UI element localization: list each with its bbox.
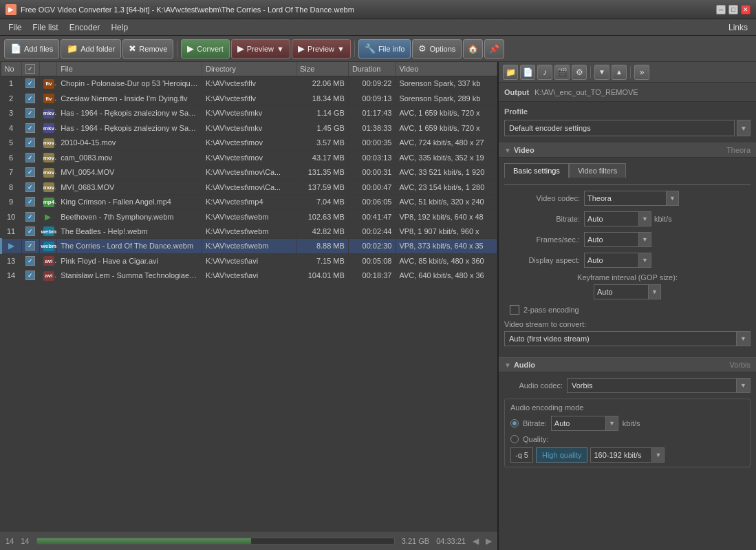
quality-range-arrow[interactable]: ▼ [652, 447, 665, 463]
panel-more-btn[interactable]: » [634, 65, 649, 80]
row-checkbox[interactable] [25, 241, 35, 251]
row-checkbox-cell[interactable] [21, 91, 39, 106]
row-file-name[interactable]: Beethoven - 7th Symphony.webm [57, 209, 202, 224]
bitrate-arrow[interactable]: ▼ [639, 211, 651, 226]
menu-file-list[interactable]: File list [27, 21, 63, 34]
row-checkbox[interactable] [25, 212, 35, 222]
audio-bitrate-select[interactable]: Auto [551, 416, 606, 431]
file-info-button[interactable]: 🔧 File info [358, 39, 411, 59]
row-file-name[interactable]: The Beatles - Help!.webm [57, 224, 202, 239]
scroll-left-arrow[interactable]: ◀ [473, 536, 479, 546]
table-row[interactable]: 11webmThe Beatles - Help!.webmK:\AV\vcte… [1, 224, 497, 239]
row-checkbox[interactable] [25, 153, 35, 162]
aspect-select[interactable]: Auto [584, 253, 639, 268]
video-section-header[interactable]: ▼ Video Theora [499, 142, 756, 158]
row-file-name[interactable]: MVI_0054.MOV [57, 165, 202, 180]
table-row[interactable]: 13aviPink Floyd - Have a Cigar.aviK:\AV\… [1, 253, 497, 268]
table-row[interactable]: 9mp4King Crimson - Fallen Angel.mp4K:\AV… [1, 195, 497, 210]
scroll-right-arrow[interactable]: ▶ [486, 536, 492, 546]
col-header-file[interactable]: File [57, 62, 202, 76]
row-checkbox[interactable] [25, 123, 35, 133]
row-checkbox[interactable] [25, 197, 35, 207]
row-checkbox-cell[interactable] [21, 253, 39, 268]
row-file-name[interactable]: Has - 1964 - Rękopis znaleziony w Sarago… [57, 106, 202, 121]
row-play-cell[interactable]: avi [39, 268, 56, 284]
table-row[interactable]: 3mkvHas - 1964 - Rękopis znaleziony w Sa… [1, 106, 497, 121]
add-folder-button[interactable]: 📁 Add folder [61, 39, 121, 59]
row-checkbox-cell[interactable] [21, 239, 39, 254]
options-button[interactable]: ⚙ Options [412, 39, 462, 59]
table-row[interactable]: 1flvChopin - Polonaise-Dur op 53 'Heroiq… [1, 76, 497, 92]
profile-select[interactable]: Default encoder settings [504, 120, 735, 136]
gop-select[interactable]: Auto [594, 284, 649, 299]
profile-select-arrow[interactable]: ▼ [737, 120, 750, 136]
row-play-cell[interactable]: mov [39, 136, 56, 151]
panel-folder-btn[interactable]: 📁 [503, 65, 518, 80]
audio-bitrate-arrow[interactable]: ▼ [606, 416, 618, 431]
row-file-name[interactable]: Stanisław Lem - Summa Technologiae po 3.… [57, 268, 202, 284]
row-play-cell[interactable]: flv [39, 91, 56, 106]
table-row[interactable]: 4mkvHas - 1964 - Rękopis znaleziony w Sa… [1, 120, 497, 136]
twopass-checkbox[interactable] [510, 305, 519, 315]
table-row[interactable]: 6movcam_0083.movK:\AV\vctest\mov43.17 MB… [1, 150, 497, 165]
row-checkbox-cell[interactable] [21, 106, 39, 121]
stream-select[interactable]: Auto (first video stream) [504, 331, 737, 346]
preview2-dropdown-arrow[interactable]: ▼ [337, 45, 345, 53]
row-file-name[interactable]: The Corries - Lord Of The Dance.webm [57, 239, 202, 254]
row-file-name[interactable]: Has - 1964 - Rękopis znaleziony w Sarago… [57, 120, 202, 136]
row-file-name[interactable]: cam_0083.mov [57, 150, 202, 165]
row-file-name[interactable]: Pink Floyd - Have a Cigar.avi [57, 253, 202, 268]
bitrate-select[interactable]: Auto [584, 211, 639, 226]
row-play-cell[interactable]: flv [39, 76, 56, 92]
row-checkbox-cell[interactable] [21, 136, 39, 151]
preview1-dropdown-arrow[interactable]: ▼ [277, 45, 284, 53]
row-checkbox-cell[interactable] [21, 165, 39, 180]
row-checkbox[interactable] [25, 182, 35, 192]
audio-codec-arrow[interactable]: ▼ [737, 378, 750, 393]
panel-doc-btn[interactable]: 📄 [520, 65, 535, 80]
row-checkbox[interactable] [25, 138, 35, 147]
aspect-arrow[interactable]: ▼ [639, 253, 651, 268]
panel-gear-btn[interactable]: ⚙ [572, 65, 587, 80]
panel-expand-up-btn[interactable]: ▲ [612, 65, 627, 80]
fps-select[interactable]: Auto [584, 232, 639, 247]
table-row[interactable]: 8movMVI_0683.MOVK:\AV\vctest\mov\Ca...13… [1, 180, 497, 195]
row-checkbox[interactable] [25, 108, 35, 118]
video-codec-select[interactable]: Theora [584, 191, 667, 206]
convert-button[interactable]: ▶ Convert [181, 39, 230, 59]
row-play-cell[interactable]: mkv [39, 106, 56, 121]
panel-film-btn[interactable]: 🎬 [554, 65, 570, 80]
fps-arrow[interactable]: ▼ [639, 232, 651, 247]
table-row[interactable]: 7movMVI_0054.MOVK:\AV\vctest\mov\Ca...13… [1, 165, 497, 180]
tab-basic-settings[interactable]: Basic settings [504, 163, 569, 178]
row-checkbox-cell[interactable] [21, 76, 39, 92]
row-play-cell[interactable]: webm [39, 239, 56, 254]
row-checkbox-cell[interactable] [21, 209, 39, 224]
home-button[interactable]: 🏠 [463, 39, 483, 59]
row-checkbox-cell[interactable] [21, 224, 39, 239]
remove-button[interactable]: ✖ Remove [122, 39, 173, 59]
add-files-button[interactable]: 📄 Add files [4, 39, 59, 59]
col-header-check[interactable] [21, 62, 39, 76]
col-header-video[interactable]: Video [396, 62, 497, 76]
menu-file[interactable]: File [3, 21, 27, 34]
row-checkbox[interactable] [25, 167, 35, 177]
row-play-cell[interactable]: mp4 [39, 195, 56, 210]
row-checkbox-cell[interactable] [21, 268, 39, 284]
row-file-name[interactable]: 2010-04-15.mov [57, 136, 202, 151]
close-button[interactable]: ✕ [741, 5, 750, 14]
col-header-dir[interactable]: Directory [202, 62, 296, 76]
row-play-cell[interactable]: mov [39, 180, 56, 195]
col-header-duration[interactable]: Duration [348, 62, 396, 76]
quality-radio[interactable] [510, 435, 519, 443]
menu-help[interactable]: Help [105, 21, 133, 34]
preview2-button[interactable]: ▶ Preview ▼ [292, 39, 351, 59]
table-row[interactable]: 14aviStanisław Lem - Summa Technologiae … [1, 268, 497, 284]
video-codec-arrow[interactable]: ▼ [667, 191, 679, 206]
row-play-cell[interactable]: mov [39, 150, 56, 165]
maximize-button[interactable]: □ [728, 5, 738, 14]
row-play-cell[interactable]: ▶ [39, 209, 56, 224]
row-play-cell[interactable]: webm [39, 224, 56, 239]
row-file-name[interactable]: Czesław Niemen - Inside I'm Dying.flv [57, 91, 202, 106]
stream-select-arrow[interactable]: ▼ [737, 331, 750, 346]
